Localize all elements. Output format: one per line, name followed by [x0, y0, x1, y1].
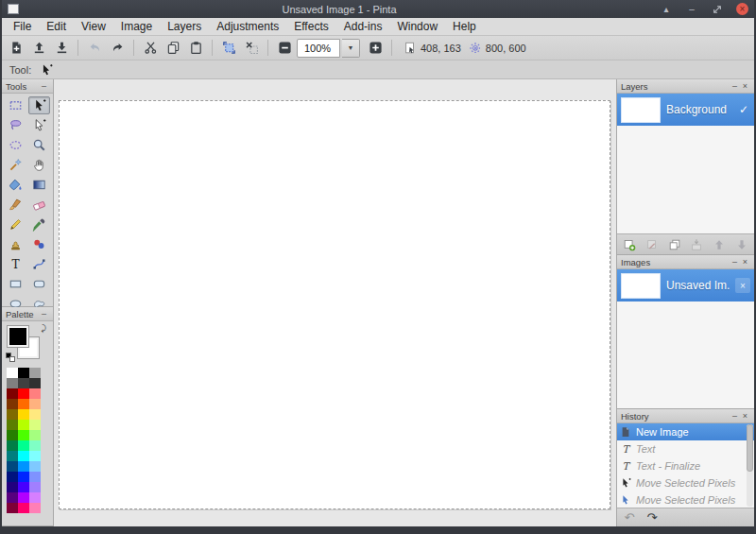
minimize-icon[interactable]: – — [685, 3, 698, 16]
tool-lasso-select[interactable] — [5, 116, 26, 134]
title-bar[interactable]: Unsaved Image 1 - Pinta ▴ – × — [2, 0, 754, 18]
tool-rectangle[interactable] — [5, 275, 26, 293]
layers-panel-minimize-icon[interactable]: – — [730, 81, 740, 92]
palette-swatch[interactable] — [29, 503, 41, 513]
images-panel-close-icon[interactable]: × — [740, 257, 750, 267]
palette-swatch[interactable] — [18, 378, 29, 388]
history-panel-minimize-icon[interactable]: – — [730, 411, 740, 422]
palette-swatch[interactable] — [29, 378, 41, 388]
tool-paintbrush[interactable] — [5, 196, 26, 214]
palette-swatch[interactable] — [7, 482, 18, 492]
layer-visible-checkbox[interactable]: ✓ — [739, 103, 748, 116]
layer-up-button[interactable] — [710, 236, 729, 253]
layer-add-button[interactable] — [620, 236, 639, 253]
history-scrollbar[interactable] — [747, 424, 753, 507]
palette-swatch[interactable] — [18, 503, 29, 513]
canvas[interactable] — [59, 100, 610, 509]
palette-swatch[interactable] — [7, 430, 18, 440]
tool-move-selected-pixels[interactable] — [28, 96, 50, 114]
menu-item-edit[interactable]: Edit — [39, 18, 74, 35]
palette-swatch[interactable] — [29, 420, 41, 430]
redo-button[interactable] — [107, 38, 128, 59]
menu-item-view[interactable]: View — [74, 18, 113, 35]
crop-button[interactable] — [218, 38, 239, 59]
history-item[interactable]: Move Selected Pixels — [617, 474, 754, 491]
menu-item-effects[interactable]: Effects — [286, 18, 335, 35]
history-item[interactable]: New Image — [617, 423, 754, 440]
palette-swatch[interactable] — [29, 472, 41, 482]
primary-color-swatch[interactable] — [8, 326, 28, 347]
menu-item-add-ins[interactable]: Add-ins — [336, 18, 390, 35]
history-panel-close-icon[interactable]: × — [740, 411, 750, 422]
close-image-icon[interactable]: × — [735, 278, 750, 293]
palette-swatch[interactable] — [7, 420, 18, 430]
tool-rectangle-select[interactable] — [5, 96, 26, 114]
palette-swatch[interactable] — [29, 399, 41, 409]
tool-clone-stamp[interactable] — [5, 235, 26, 253]
layers-panel-close-icon[interactable]: × — [740, 81, 750, 92]
copy-button[interactable] — [163, 38, 183, 59]
tool-color-picker[interactable] — [28, 215, 50, 233]
swap-colors-icon[interactable]: ⤸ — [42, 323, 46, 334]
palette-swatch[interactable] — [7, 472, 18, 482]
layer-duplicate-button[interactable] — [665, 236, 684, 253]
palette-swatch[interactable] — [29, 440, 41, 451]
deselect-button[interactable] — [241, 38, 262, 59]
palette-swatch[interactable] — [18, 472, 29, 482]
layer-down-button[interactable] — [732, 236, 751, 253]
layer-delete-button[interactable] — [643, 236, 662, 253]
tool-gradient[interactable] — [28, 176, 50, 194]
layer-merge-button[interactable] — [687, 236, 706, 253]
save-button[interactable] — [51, 38, 72, 59]
layer-row[interactable]: Background ✓ — [617, 94, 754, 126]
tool-magic-wand[interactable] — [5, 156, 26, 174]
palette-swatch[interactable] — [29, 388, 41, 399]
image-row[interactable]: Unsaved Im... × — [617, 269, 754, 301]
palette-swatch[interactable] — [29, 461, 41, 472]
zoom-level-input[interactable]: 100% — [297, 39, 340, 58]
history-item[interactable]: TText — [617, 440, 754, 457]
palette-swatch[interactable] — [29, 368, 41, 378]
new-image-button[interactable] — [6, 38, 26, 59]
palette-swatch[interactable] — [7, 492, 18, 503]
menu-item-file[interactable]: File — [6, 18, 39, 35]
palette-swatch[interactable] — [18, 388, 29, 399]
tool-paint-bucket[interactable] — [5, 176, 26, 194]
tools-panel-minimize-icon[interactable]: – — [39, 81, 49, 92]
palette-swatch[interactable] — [18, 461, 29, 472]
palette-swatch[interactable] — [29, 430, 41, 440]
tool-pan[interactable] — [28, 156, 50, 174]
paste-button[interactable] — [185, 38, 206, 59]
palette-swatch[interactable] — [29, 482, 41, 492]
close-icon[interactable]: × — [736, 3, 748, 15]
history-redo-icon[interactable]: ↷ — [643, 509, 662, 526]
palette-swatch[interactable] — [7, 378, 18, 388]
palette-swatch[interactable] — [7, 399, 18, 409]
tool-eraser[interactable] — [28, 196, 50, 214]
tool-recolor[interactable] — [28, 235, 50, 253]
images-panel-minimize-icon[interactable]: – — [730, 257, 740, 267]
menu-item-help[interactable]: Help — [445, 18, 484, 35]
palette-swatch[interactable] — [7, 503, 18, 513]
palette-swatch[interactable] — [18, 482, 29, 492]
history-item[interactable]: Move Selected Pixels — [617, 491, 754, 508]
zoom-dropdown-arrow-icon[interactable]: ▼ — [342, 39, 360, 58]
zoom-in-button[interactable] — [365, 38, 386, 59]
palette-swatch[interactable] — [18, 409, 29, 420]
tool-pencil[interactable] — [5, 215, 26, 233]
palette-swatch[interactable] — [18, 492, 29, 503]
reset-colors-icon[interactable] — [6, 353, 15, 362]
menu-item-adjustments[interactable]: Adjustments — [209, 18, 286, 35]
history-item[interactable]: TText - Finalize — [617, 457, 754, 474]
open-button[interactable] — [28, 38, 49, 59]
undo-button[interactable] — [84, 38, 105, 59]
zoom-out-button[interactable] — [274, 38, 295, 59]
palette-swatch[interactable] — [18, 451, 29, 461]
history-undo-icon[interactable]: ↶ — [620, 509, 639, 526]
current-tool-icon[interactable] — [37, 61, 56, 78]
palette-swatch[interactable] — [29, 451, 41, 461]
palette-panel-minimize-icon[interactable]: – — [39, 309, 49, 319]
menu-item-image[interactable]: Image — [113, 18, 160, 35]
maximize-icon[interactable] — [711, 3, 724, 16]
tool-ellipse-select[interactable] — [5, 136, 26, 154]
